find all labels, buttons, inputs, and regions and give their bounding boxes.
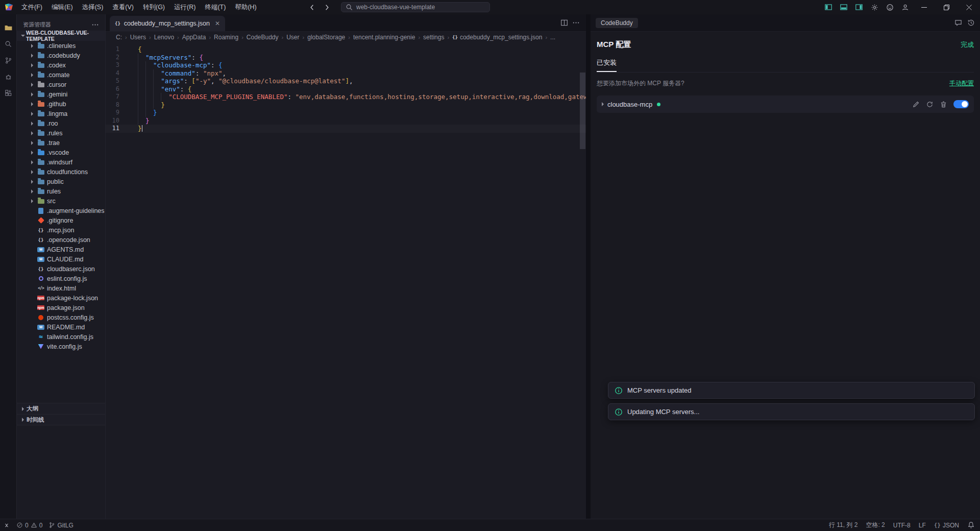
code-line-6[interactable]: 6"env": { [106,85,586,93]
code-line-11[interactable]: 11} [106,125,586,133]
menu-item[interactable]: 选择(S) [78,0,108,14]
breadcrumb-item[interactable]: AppData [182,34,206,41]
tree-item-.clinerules[interactable]: .clinerules [17,41,105,51]
tab-installed[interactable]: 已安装 [597,58,617,72]
menu-item[interactable]: 转到(G) [138,0,169,14]
delete-icon[interactable] [940,101,947,108]
tree-item-rules[interactable]: rules [17,186,105,196]
tree-item-package.json[interactable]: npmpackage.json [17,303,105,312]
more-icon[interactable] [572,19,580,27]
notifications-bell-icon[interactable] [967,521,975,529]
settings-gear-icon[interactable] [867,0,882,14]
extensions-icon[interactable] [0,85,17,101]
tree-item-AGENTS.md[interactable]: MAGENTS.md [17,245,105,254]
breadcrumb-item[interactable]: {}codebuddy_mcp_settings.json [452,34,542,41]
history-icon[interactable] [967,19,975,27]
tree-item-public[interactable]: public [17,177,105,186]
breadcrumb-item[interactable]: globalStorage [307,34,345,41]
tree-root-folder[interactable]: WEB-CLOUDBASE-VUE-TEMPLATE [17,31,105,41]
back-arrow-icon[interactable] [308,4,316,11]
breadcrumb-item[interactable]: settings [423,34,444,41]
server-enabled-toggle[interactable] [953,100,969,108]
refresh-icon[interactable] [926,101,934,108]
feedback-icon[interactable] [954,19,962,27]
code-line-9[interactable]: 9} [106,109,586,117]
breadcrumb-item[interactable]: tencent.planning-genie [353,34,415,41]
remote-icon[interactable] [3,522,10,529]
search-icon[interactable] [0,36,17,52]
command-center-search[interactable]: web-cloudbase-vue-template [341,2,490,12]
close-icon[interactable] [958,0,980,14]
split-editor-icon[interactable] [560,19,568,27]
code-line-1[interactable]: 1{ [106,45,586,54]
tree-item-cloudfunctions[interactable]: cloudfunctions [17,167,105,177]
code-line-5[interactable]: 5"args": ["-y", "@cloudbase/cloudbase-mc… [106,77,586,85]
menu-item[interactable]: 帮助(H) [230,0,261,14]
git-branch-indicator[interactable]: GitLG [48,522,73,529]
tree-item-.opencode.json[interactable]: {}.opencode.json [17,235,105,245]
eol[interactable]: LF [919,522,926,529]
tree-item-vite.config.js[interactable]: vite.config.js [17,342,105,351]
tree-item-.gemini[interactable]: .gemini [17,89,105,99]
breadcrumb-item[interactable]: ... [550,34,555,41]
menu-item[interactable]: 查看(V) [108,0,138,14]
layout-sidebar-left-icon[interactable] [821,0,836,14]
close-tab-icon[interactable]: ✕ [215,20,220,27]
edit-icon[interactable] [912,101,920,108]
breadcrumb-item[interactable]: Users [130,34,146,41]
codebuddy-tab[interactable]: CodeBuddy [596,18,638,28]
tree-item-.trae[interactable]: .trae [17,138,105,148]
cursor-position[interactable]: 行 11, 列 2 [829,521,857,529]
code-line-4[interactable]: 4"command": "npx", [106,69,586,78]
copilot-icon[interactable] [882,0,897,14]
tree-item-index.html[interactable]: </>index.html [17,283,105,293]
debug-icon[interactable] [0,68,17,85]
notification-toast[interactable]: MCP servers updated [608,382,975,399]
forward-arrow-icon[interactable] [323,4,331,11]
tree-item-.github[interactable]: .github [17,99,105,109]
notification-toast[interactable]: Updating MCP servers... [608,403,975,420]
code-line-3[interactable]: 3"cloudbase-mcp": { [106,61,586,69]
tree-item-CLAUDE.md[interactable]: MCLAUDE.md [17,254,105,264]
breadcrumb-item[interactable]: User [286,34,299,41]
restore-icon[interactable] [935,0,958,14]
tree-item-postcss.config.js[interactable]: postcss.config.js [17,312,105,322]
problems-indicator[interactable]: 0 0 [16,522,42,529]
panel-resize-sash[interactable] [586,14,591,519]
breadcrumb-item[interactable]: Lenovo [154,34,174,41]
manual-config-link[interactable]: 手动配置 [949,79,974,88]
tree-item-package-lock.json[interactable]: npmpackage-lock.json [17,293,105,303]
menu-item[interactable]: 编辑(E) [47,0,78,14]
menu-item[interactable]: 文件(F) [17,0,47,14]
sidebar-panel-时间线[interactable]: 时间线 [17,414,105,425]
tree-item-eslint.config.js[interactable]: eslint.config.js [17,274,105,283]
minimize-icon[interactable] [913,0,935,14]
tree-item-.codex[interactable]: .codex [17,60,105,70]
encoding[interactable]: UTF-8 [893,522,911,529]
code-line-10[interactable]: 10} [106,117,586,125]
code-line-8[interactable]: 8} [106,101,586,109]
menu-item[interactable]: 终端(T) [200,0,230,14]
tree-item-.mcp.json[interactable]: {}.mcp.json [17,225,105,235]
language-mode[interactable]: {} JSON [934,522,959,529]
breadcrumb-item[interactable]: C: [116,34,122,41]
editor-tab-active[interactable]: {} codebuddy_mcp_settings.json ✕ [110,16,225,31]
account-icon[interactable] [897,0,913,14]
mcp-server-row[interactable]: cloudbase-mcp [597,95,974,113]
source-control-icon[interactable] [0,52,17,68]
layout-panel-bottom-icon[interactable] [836,0,851,14]
tree-item-.cursor[interactable]: .cursor [17,80,105,89]
tree-item-src[interactable]: src [17,196,105,206]
tree-item-.lingma[interactable]: .lingma [17,109,105,118]
tree-item-.augment-guidelines[interactable]: .augment-guidelines [17,206,105,215]
tree-item-tailwind.config.js[interactable]: ≈tailwind.config.js [17,332,105,342]
breadcrumb-item[interactable]: Roaming [214,34,238,41]
layout-sidebar-right-icon[interactable] [851,0,867,14]
code-line-2[interactable]: 2"mcpServers": { [106,54,586,62]
tree-item-.roo[interactable]: .roo [17,118,105,128]
tree-item-.windsurf[interactable]: .windsurf [17,157,105,167]
more-actions-icon[interactable] [91,21,99,29]
breadcrumb-item[interactable]: CodeBuddy [247,34,279,41]
indentation[interactable]: 空格: 2 [866,521,885,529]
sidebar-panel-大纲[interactable]: 大纲 [17,403,105,414]
